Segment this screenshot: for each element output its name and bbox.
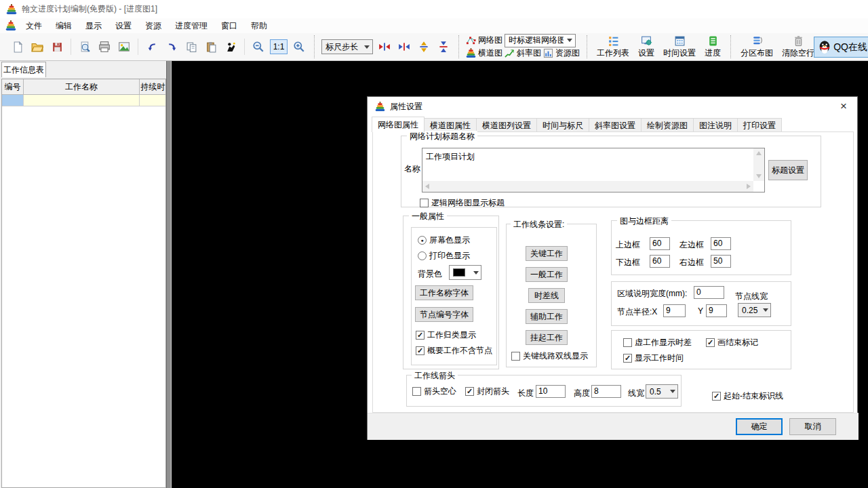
- table-row[interactable]: [2, 95, 165, 106]
- redo-icon[interactable]: [163, 39, 180, 55]
- show-logic-title-checkbox[interactable]: 逻辑网络图显示标题: [420, 197, 505, 209]
- menu-resources[interactable]: 资源: [138, 18, 168, 33]
- right-margin-input[interactable]: 50: [711, 255, 731, 268]
- new-file-icon[interactable]: [9, 39, 26, 55]
- tab-resource-drawing[interactable]: 绘制资源图: [642, 118, 694, 132]
- scroll-left-icon[interactable]: [425, 184, 429, 189]
- menu-edit[interactable]: 编辑: [49, 18, 79, 33]
- expand-vertical-icon[interactable]: [416, 39, 432, 55]
- vertical-scrollbar[interactable]: [753, 148, 764, 181]
- dummy-slack-checkbox[interactable]: 虚工作显示时差: [623, 337, 692, 348]
- duration-cell[interactable]: [140, 95, 166, 106]
- selected-cell[interactable]: [2, 95, 24, 106]
- node-radius-x-input[interactable]: 9: [663, 304, 686, 317]
- start-end-marker-checkbox[interactable]: ✓ 起始-结束标识线: [712, 390, 783, 402]
- title-settings-button[interactable]: 标题设置: [768, 160, 808, 180]
- work-list-button[interactable]: 工作列表: [594, 35, 632, 59]
- network-chart-label[interactable]: 网络图: [478, 35, 502, 46]
- print-color-radio[interactable]: 打印色显示: [418, 250, 470, 262]
- arrow-height-input[interactable]: 8: [591, 385, 621, 398]
- slope-chart-label[interactable]: 斜率图: [517, 47, 541, 59]
- scroll-right-icon[interactable]: [747, 184, 751, 189]
- tab-print-settings[interactable]: 打印设置: [738, 118, 782, 132]
- print-preview-icon[interactable]: [77, 39, 93, 55]
- horizontal-scrollbar[interactable]: [422, 181, 753, 192]
- zoom-one-to-one-button[interactable]: 1:1: [270, 39, 288, 54]
- collapse-vertical-icon[interactable]: [435, 39, 452, 55]
- tab-gantt-columns[interactable]: 横道图列设置: [477, 118, 537, 132]
- left-margin-input[interactable]: 60: [711, 237, 731, 250]
- cancel-button[interactable]: 取消: [789, 418, 836, 435]
- title-name-textarea[interactable]: 工作项目计划: [422, 148, 765, 192]
- tab-work-info-table[interactable]: 工作信息表: [1, 62, 46, 77]
- print-icon[interactable]: [96, 39, 113, 55]
- export-image-icon[interactable]: [116, 39, 132, 55]
- closed-arrow-checkbox[interactable]: ✓ 封闭箭头: [465, 386, 509, 397]
- resource-chart-icon[interactable]: [543, 48, 553, 58]
- bottom-margin-input[interactable]: 60: [650, 255, 670, 268]
- network-type-select[interactable]: 时标逻辑网络图: [505, 34, 576, 47]
- tab-time-ruler[interactable]: 时间与标尺: [537, 118, 589, 132]
- menu-file[interactable]: 文件: [19, 18, 49, 33]
- tab-network-properties[interactable]: 网络图属性: [372, 117, 425, 132]
- resource-chart-label[interactable]: 资源图: [555, 47, 580, 59]
- menu-help[interactable]: 帮助: [244, 18, 274, 33]
- zoom-in-icon[interactable]: [291, 39, 307, 55]
- column-header-number[interactable]: 编号: [2, 79, 24, 95]
- suspend-work-button[interactable]: 挂起工作: [526, 330, 568, 345]
- aux-work-button[interactable]: 辅助工作: [526, 309, 568, 324]
- slope-chart-icon[interactable]: [505, 48, 515, 58]
- zoom-out-icon[interactable]: [250, 39, 267, 55]
- network-chart-icon[interactable]: [466, 35, 476, 45]
- work-name-cell[interactable]: [24, 95, 140, 106]
- normal-work-button[interactable]: 一般工作: [526, 267, 568, 282]
- open-file-icon[interactable]: [29, 39, 45, 55]
- node-number-font-button[interactable]: 节点编号字体: [415, 307, 473, 322]
- gantt-chart-icon[interactable]: [466, 48, 476, 58]
- summary-no-node-checkbox[interactable]: ✓ 概要工作不含节点: [416, 345, 492, 357]
- end-mark-checkbox[interactable]: ✓ 画结束标记: [706, 337, 758, 348]
- tab-slope-settings[interactable]: 斜率图设置: [589, 118, 642, 132]
- screen-color-radio[interactable]: ● 屏幕色显示: [418, 235, 470, 246]
- gantt-chart-label[interactable]: 横道图: [478, 47, 502, 59]
- work-classify-checkbox[interactable]: ✓ 工作归类显示: [416, 329, 476, 341]
- menu-progress-management[interactable]: 进度管理: [168, 18, 214, 33]
- node-radius-y-input[interactable]: 9: [706, 304, 727, 317]
- progress-button[interactable]: 进度: [702, 35, 724, 59]
- undo-icon[interactable]: [144, 39, 160, 55]
- menu-window[interactable]: 窗口: [214, 18, 244, 33]
- scroll-down-icon[interactable]: [756, 174, 762, 178]
- menu-settings[interactable]: 设置: [108, 18, 138, 33]
- arrow-line-width-select[interactable]: 0.5: [646, 384, 678, 399]
- qq-online-button[interactable]: QQ在线: [814, 37, 868, 58]
- clear-empty-rows-button[interactable]: 清除空行: [779, 35, 817, 59]
- settings-button[interactable]: 设置: [635, 35, 657, 59]
- menu-view[interactable]: 显示: [79, 18, 108, 33]
- time-settings-button[interactable]: 时间设置: [660, 35, 698, 59]
- worker-tool-icon[interactable]: [222, 39, 239, 55]
- copy-icon[interactable]: [183, 39, 199, 55]
- collapse-horizontal-icon[interactable]: [396, 39, 412, 55]
- hollow-arrow-checkbox[interactable]: 箭头空心: [412, 386, 456, 397]
- partition-layout-button[interactable]: 分区布图: [738, 35, 776, 59]
- critical-work-button[interactable]: 关键工作: [526, 246, 568, 261]
- paste-icon[interactable]: [203, 39, 219, 55]
- slack-line-button[interactable]: 时差线: [528, 288, 565, 303]
- node-line-width-select[interactable]: 0.25: [738, 303, 771, 317]
- work-time-checkbox[interactable]: ✓ 显示工作时间: [623, 352, 684, 364]
- column-header-duration[interactable]: 持续时: [140, 79, 166, 95]
- close-icon[interactable]: ×: [835, 98, 852, 115]
- ok-button[interactable]: 确定: [736, 418, 783, 435]
- tab-legend-notes[interactable]: 图注说明: [694, 118, 738, 132]
- double-line-checkbox[interactable]: 关键线路双线显示: [511, 350, 588, 362]
- top-margin-input[interactable]: 60: [650, 237, 670, 250]
- column-header-work-name[interactable]: 工作名称: [24, 79, 140, 95]
- ruler-step-select[interactable]: 标尺步长: [321, 39, 373, 54]
- area-width-input[interactable]: 0: [694, 286, 724, 299]
- save-icon[interactable]: [49, 39, 65, 55]
- panel-splitter[interactable]: [166, 61, 172, 488]
- work-name-font-button[interactable]: 工作名称字体: [415, 285, 473, 300]
- arrow-length-input[interactable]: 10: [536, 385, 566, 398]
- scroll-up-icon[interactable]: [756, 151, 762, 155]
- expand-horizontal-icon[interactable]: [376, 39, 393, 55]
